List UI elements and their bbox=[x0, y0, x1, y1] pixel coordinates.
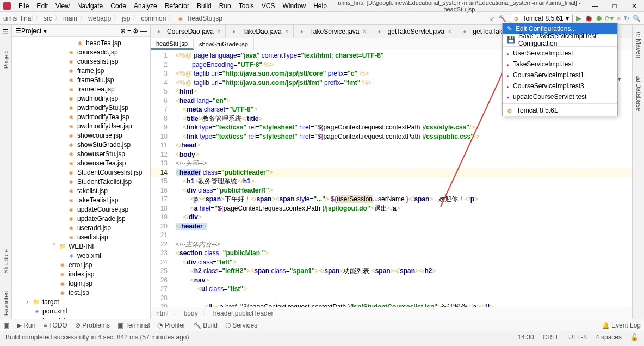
tree-item[interactable]: headTea.jsp bbox=[12, 38, 150, 47]
tree-item[interactable]: showuserTea.jsp bbox=[12, 158, 150, 168]
run-tool[interactable]: ▶ Run bbox=[17, 322, 35, 329]
tree-item[interactable]: temp.txt bbox=[12, 316, 150, 319]
editor-tab[interactable]: CourseDao.java× bbox=[151, 25, 226, 38]
close-icon[interactable]: × bbox=[217, 28, 221, 35]
line-separator[interactable]: CRLF bbox=[543, 333, 560, 341]
tree-item[interactable]: StudentTakelist.jsp bbox=[12, 177, 150, 186]
breadcrumb-item[interactable]: webapp bbox=[88, 15, 111, 22]
run-config-selector[interactable]: Tomcat 8.5.61 ▾ bbox=[510, 14, 572, 23]
menu-run[interactable]: Run bbox=[216, 1, 234, 11]
close-icon[interactable]: × bbox=[363, 28, 367, 35]
dropdown-item[interactable]: CourseServiceImpl.test3 bbox=[503, 81, 617, 91]
breadcrumb-item[interactable]: headStu.jsp bbox=[188, 15, 222, 22]
structure-breadcrumb[interactable]: html〉 body〉 header.publicHeader bbox=[151, 307, 632, 319]
tree-item[interactable]: pwdmodifyUser.jsp bbox=[12, 121, 150, 131]
breadcrumb-item[interactable]: uims_final bbox=[3, 15, 33, 22]
minimize-button[interactable]: — bbox=[589, 2, 602, 10]
tree-item[interactable]: error.jsp bbox=[12, 260, 150, 269]
menu-vcs[interactable]: VCS bbox=[258, 1, 278, 11]
tree-item[interactable]: showStuGrade.jsp bbox=[12, 140, 150, 149]
tree-item[interactable]: courseadd.jsp bbox=[12, 47, 150, 57]
tree-item[interactable]: index.jsp bbox=[12, 269, 150, 279]
tree-item[interactable]: web.xml bbox=[12, 251, 150, 260]
dropdown-item[interactable]: TakeServiceImpl.test bbox=[503, 59, 617, 70]
menu-refactor[interactable]: Refactor bbox=[162, 1, 193, 11]
breadcrumb[interactable]: uims_final〉 src〉 main〉 webapp〉 jsp〉 comm… bbox=[3, 14, 222, 23]
dropdown-item[interactable]: updateCourseServlet.test bbox=[503, 91, 617, 102]
tree-item[interactable]: ˅WEB-INF bbox=[12, 242, 150, 251]
profile-button[interactable]: ⟳▾ bbox=[605, 15, 614, 22]
breadcrumb-item[interactable]: src bbox=[44, 15, 52, 22]
expand-icon[interactable]: ÷ bbox=[127, 27, 131, 35]
tree-item[interactable]: frame.jsp bbox=[12, 66, 150, 75]
editor-tab[interactable]: TakeDao.java× bbox=[226, 25, 294, 38]
toolwin-icon[interactable]: ▣ bbox=[3, 322, 9, 329]
breadcrumb-item[interactable]: common bbox=[141, 15, 166, 22]
tree-item[interactable]: updateCourse.jsp bbox=[12, 205, 150, 214]
project-tree[interactable]: headTea.jspcourseadd.jspcourseslist.jspf… bbox=[12, 37, 150, 319]
database-tab[interactable]: 🗄 Database bbox=[634, 72, 643, 114]
dropdown-item[interactable]: UserServiceImpl.test bbox=[503, 48, 617, 59]
crumb-item[interactable]: html bbox=[156, 310, 169, 317]
editor-tab[interactable]: getTakeServlet.java× bbox=[371, 25, 457, 38]
terminal-tool[interactable]: ▣ Terminal bbox=[117, 322, 150, 329]
services-tool[interactable]: ⬡ Services bbox=[225, 322, 257, 329]
editor-subtab[interactable]: headStu.jsp bbox=[151, 38, 194, 50]
tree-item[interactable]: pwdmodify.jsp bbox=[12, 94, 150, 103]
caret-position[interactable]: 14:30 bbox=[518, 333, 534, 341]
tree-item[interactable]: login.jsp bbox=[12, 279, 150, 288]
build-icon[interactable]: 🔨 bbox=[498, 15, 506, 22]
menu-window[interactable]: Window bbox=[279, 1, 309, 11]
tree-item[interactable]: updateGrade.jsp bbox=[12, 214, 150, 223]
tree-item[interactable]: ›target bbox=[12, 297, 150, 306]
tree-item[interactable]: StudentCourseslist.jsp bbox=[12, 168, 150, 177]
run-button[interactable]: ▶ bbox=[576, 14, 581, 22]
tree-item[interactable]: frameTea.jsp bbox=[12, 84, 150, 94]
nav-back-icon[interactable]: ↙ bbox=[490, 15, 495, 22]
tree-item[interactable]: takeTealist.jsp bbox=[12, 195, 150, 205]
maximize-button[interactable]: □ bbox=[608, 2, 621, 10]
tree-item[interactable]: showuserStu.jsp bbox=[12, 149, 150, 158]
tree-item[interactable]: pwdmodifyTea.jsp bbox=[12, 112, 150, 121]
indent-info[interactable]: 4 spaces bbox=[596, 333, 622, 341]
hide-icon[interactable]: — bbox=[140, 27, 147, 35]
event-log-tool[interactable]: 🔔 Event Log bbox=[602, 322, 641, 329]
crumb-item[interactable]: body bbox=[184, 310, 198, 317]
select-opened-icon[interactable]: ⊕ bbox=[120, 27, 126, 35]
stop-button[interactable]: ■ bbox=[617, 15, 621, 22]
profiler-tool[interactable]: ◔ Profiler bbox=[157, 322, 185, 329]
coverage-button[interactable]: ⬢ bbox=[596, 15, 602, 22]
tree-item[interactable]: pwdmodifyStu.jsp bbox=[12, 103, 150, 112]
tree-item[interactable]: frameStu.jsp bbox=[12, 75, 150, 84]
readonly-icon[interactable]: 🔓 bbox=[630, 333, 639, 341]
editor-tab[interactable]: TakeService.java× bbox=[294, 25, 371, 38]
tree-item[interactable]: courseslist.jsp bbox=[12, 57, 150, 66]
close-icon[interactable]: × bbox=[448, 28, 451, 35]
maven-tab[interactable]: m Maven bbox=[634, 28, 643, 61]
build-tool[interactable]: 🔨 Build bbox=[193, 322, 218, 329]
close-button[interactable]: ✕ bbox=[628, 2, 641, 10]
run-config-dropdown[interactable]: ✎Edit Configurations...💾Save 'UserServic… bbox=[502, 23, 618, 116]
menu-code[interactable]: Code bbox=[107, 1, 129, 11]
menu-file[interactable]: File bbox=[15, 1, 32, 11]
breadcrumb-item[interactable]: jsp bbox=[122, 15, 130, 22]
menu-tools[interactable]: Tools bbox=[236, 1, 257, 11]
todo-tool[interactable]: ≡ TODO bbox=[43, 322, 67, 329]
menu-navigate[interactable]: Navigate bbox=[74, 1, 106, 11]
crumb-item[interactable]: header.publicHeader bbox=[213, 310, 274, 317]
file-encoding[interactable]: UTF-8 bbox=[568, 333, 587, 341]
dropdown-item[interactable]: CourseServiceImpl.test1 bbox=[503, 70, 617, 81]
menu-analyze[interactable]: Analyze bbox=[131, 1, 160, 11]
menu-edit[interactable]: Edit bbox=[33, 1, 51, 11]
update-button[interactable]: ↻ bbox=[624, 15, 629, 22]
project-tab-icon[interactable]: ☰ bbox=[3, 28, 9, 36]
project-tab[interactable]: Project bbox=[2, 47, 10, 72]
tree-item[interactable]: userlist.jsp bbox=[12, 232, 150, 242]
tree-item[interactable]: test.jsp bbox=[12, 288, 150, 297]
editor-subtab[interactable]: showStuGrade.jsp bbox=[194, 38, 254, 50]
menu-view[interactable]: View bbox=[52, 1, 73, 11]
tree-item[interactable]: pom.xml bbox=[12, 306, 150, 316]
problems-tool[interactable]: ⊘ Problems bbox=[75, 322, 110, 329]
tree-item[interactable]: useradd.jsp bbox=[12, 223, 150, 232]
search-icon[interactable]: 🔍 bbox=[633, 15, 641, 22]
